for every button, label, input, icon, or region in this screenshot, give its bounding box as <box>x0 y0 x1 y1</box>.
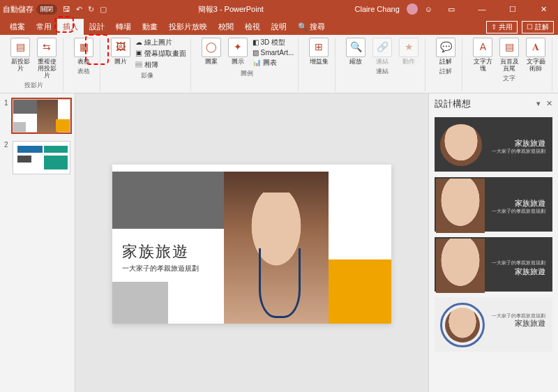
user-avatar[interactable] <box>407 3 418 15</box>
autosave-state: 關閉 <box>36 4 57 15</box>
wordart-button[interactable]: 𝐀文字藝術師 <box>524 38 548 73</box>
ribbon-insert: ▤新投影片 ⇆重複使用投影片 投影片 ▦表格 表格 🖼圖片 ☁ 線上圖片 ▣ 螢… <box>0 35 558 93</box>
tab-design[interactable]: 設計 <box>84 19 110 35</box>
tab-search[interactable]: 🔍 搜尋 <box>292 19 331 35</box>
close-icon[interactable]: ✕ <box>531 5 555 14</box>
group-slides: 投影片 <box>24 81 43 90</box>
design-idea-1[interactable]: 家族旅遊 一大家子的孝親旅遊規劃 <box>435 117 552 172</box>
design-idea-3[interactable]: 家族旅遊 一大家子的孝親旅遊規劃 <box>435 237 552 292</box>
maximize-icon[interactable]: ☐ <box>501 5 525 14</box>
document-title: 簡報3 - PowerPoint <box>107 4 355 15</box>
new-slide-button[interactable]: ▤新投影片 <box>8 38 32 73</box>
online-picture-button[interactable]: ☁ 線上圖片 <box>135 38 186 47</box>
tab-insert[interactable]: 插入 <box>57 19 84 35</box>
user-name: Claire Chang <box>355 5 400 13</box>
slide-image-lanyard <box>259 248 301 318</box>
slide-thumbnail-2[interactable] <box>13 141 70 174</box>
picture-button[interactable]: 🖼圖片 <box>109 38 133 66</box>
slide-1[interactable]: 家族旅遊 一大家子的孝親旅遊規劃 <box>112 165 391 324</box>
tab-animations[interactable]: 動畫 <box>137 19 163 35</box>
quick-access-toolbar: 🖫 ↶ ↻ ▢ <box>63 5 107 14</box>
comments-button[interactable]: ☐ 註解 <box>522 21 554 33</box>
group-links: 連結 <box>376 67 389 76</box>
photo-album-button[interactable]: ▤ 相簿 <box>135 60 186 70</box>
design-ideas-panel: 設計構想 ▾ ✕ 家族旅遊 一大家子的孝親旅遊規劃 家族旅遊 一大家子的孝親旅遊… <box>428 93 558 392</box>
thumb-number: 2 <box>4 141 10 174</box>
slide-title[interactable]: 家族旅遊 <box>122 241 189 262</box>
header-footer-button[interactable]: ▤頁首及頁尾 <box>497 38 521 73</box>
undo-icon[interactable]: ↶ <box>76 5 82 14</box>
panel-title: 設計構想 <box>435 98 471 110</box>
slide-canvas[interactable]: 家族旅遊 一大家子的孝親旅遊規劃 <box>75 93 428 392</box>
screenshot-button[interactable]: ▣ 螢幕擷取畫面 <box>135 49 186 59</box>
chart-button[interactable]: 📊 圖表 <box>252 58 294 68</box>
tab-help[interactable]: 說明 <box>266 19 292 35</box>
textbox-button[interactable]: A文字方塊 <box>471 38 495 73</box>
zoom-button[interactable]: 🔍縮放 <box>344 38 368 66</box>
tab-review[interactable]: 校閱 <box>213 19 239 35</box>
shapes-button[interactable]: ◯圖案 <box>199 38 223 66</box>
smartart-button[interactable]: ▧ SmartArt... <box>252 49 294 56</box>
face-icon[interactable]: ☺ <box>425 5 432 13</box>
ribbon-options-icon[interactable]: ▭ <box>439 5 463 14</box>
slideshow-icon[interactable]: ▢ <box>100 5 107 14</box>
autosave-toggle[interactable]: 自動儲存 關閉 <box>3 4 57 15</box>
reuse-slide-button[interactable]: ⇆重複使用投影片 <box>35 38 59 80</box>
group-images: 影像 <box>141 71 153 80</box>
group-table: 表格 <box>77 67 90 76</box>
design-idea-2[interactable]: 家族旅遊 一大家子的孝親旅遊規劃 <box>435 177 552 232</box>
group-text: 文字 <box>503 74 515 83</box>
slide-thumbnail-1[interactable] <box>13 99 70 133</box>
addins-button[interactable]: ⊞增益集 <box>307 38 331 66</box>
action-button[interactable]: ★動作 <box>397 38 421 66</box>
tab-slideshow[interactable]: 投影片放映 <box>163 19 213 35</box>
thumb-number: 1 <box>4 99 10 133</box>
tab-view[interactable]: 檢視 <box>239 19 266 35</box>
tab-file[interactable]: 檔案 <box>4 19 31 35</box>
model3d-button[interactable]: ◧ 3D 模型 <box>252 38 294 47</box>
group-illustrations: 圖例 <box>241 69 253 78</box>
panel-close-icon[interactable]: ✕ <box>546 99 552 108</box>
autosave-label: 自動儲存 <box>3 4 33 15</box>
panel-dropdown-icon[interactable]: ▾ <box>536 99 541 108</box>
share-button[interactable]: ⇧ 共用 <box>486 21 518 33</box>
slide-shape-gray <box>112 172 224 229</box>
tab-home[interactable]: 常用 <box>31 19 57 35</box>
tab-transitions[interactable]: 轉場 <box>110 19 137 35</box>
design-idea-4[interactable]: 家族旅遊 一大家子的孝親旅遊規劃 <box>435 297 552 352</box>
link-button[interactable]: 🔗連結 <box>370 38 394 66</box>
comment-button[interactable]: 💬註解 <box>434 38 458 66</box>
redo-icon[interactable]: ↻ <box>88 5 94 14</box>
save-icon[interactable]: 🖫 <box>63 5 70 14</box>
slide-subtitle[interactable]: 一大家子的孝親旅遊規劃 <box>122 264 199 273</box>
slide-thumbnails: 1 2 <box>0 93 75 392</box>
group-comment: 註解 <box>439 67 452 76</box>
icons-button[interactable]: ✦圖示 <box>226 38 250 66</box>
table-button[interactable]: ▦表格 <box>72 38 96 66</box>
ribbon-tabs: 檔案 常用 插入 設計 轉場 動畫 投影片放映 校閱 檢視 說明 🔍 搜尋 ⇧ … <box>0 18 558 35</box>
title-bar: 自動儲存 關閉 🖫 ↶ ↻ ▢ 簡報3 - PowerPoint Claire … <box>0 0 558 18</box>
slide-shape-yellow <box>329 259 391 324</box>
minimize-icon[interactable]: — <box>470 5 494 13</box>
slide-shape-lightgray <box>112 282 168 324</box>
